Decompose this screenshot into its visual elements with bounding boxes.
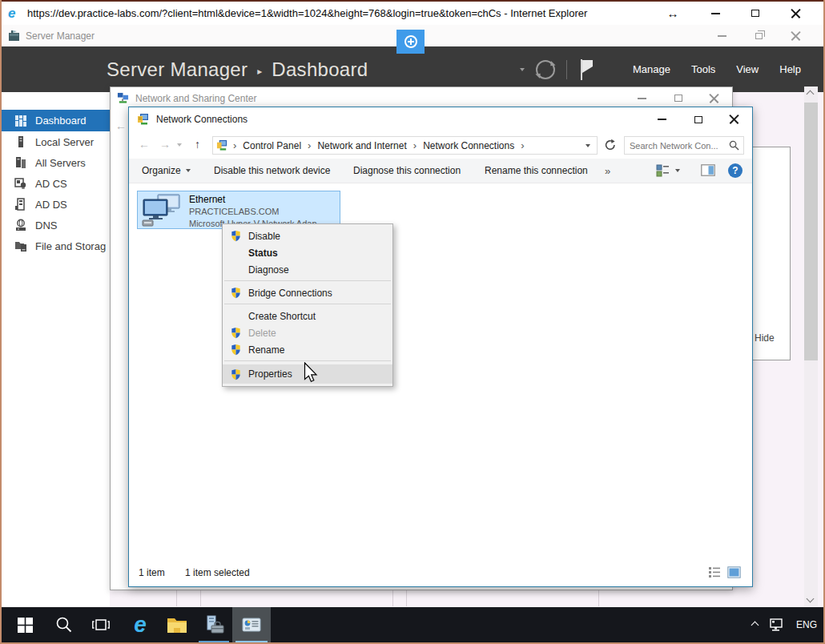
nc-forward-button[interactable]: → <box>159 138 171 151</box>
taskbar-ie-button[interactable]: e <box>122 607 159 642</box>
sm-breadcrumb-page[interactable]: Dashboard <box>272 58 368 81</box>
nc-up-button[interactable]: ↑ <box>195 138 200 151</box>
nc-back-button[interactable]: ← <box>139 138 150 151</box>
resize-icon[interactable]: ↔ <box>657 6 689 20</box>
menu-item-diagnose[interactable]: Diagnose <box>223 261 392 278</box>
sidebar-item-ad-cs[interactable]: AD CS <box>2 173 110 194</box>
network-status-icon[interactable] <box>769 618 785 632</box>
sidebar-label: DNS <box>35 219 57 231</box>
browser-close-button[interactable] <box>775 2 815 25</box>
disable-device-button[interactable]: Disable this network device <box>214 159 330 183</box>
nsc-back-button[interactable]: ← <box>115 119 127 132</box>
close-icon <box>791 30 801 41</box>
nsc-minimize-button[interactable] <box>624 87 660 109</box>
menu-item-status[interactable]: Status <box>223 244 392 261</box>
sm-close-button[interactable] <box>777 25 814 46</box>
breadcrumb-network-connections[interactable]: Network Connections <box>423 140 514 151</box>
help-icon[interactable]: ? <box>728 163 742 178</box>
refresh-icon[interactable] <box>536 60 555 79</box>
nc-maximize-button[interactable] <box>680 107 716 131</box>
nsc-close-button[interactable] <box>696 87 732 109</box>
sm-breadcrumb-root[interactable]: Server Manager <box>107 58 248 81</box>
toolbar-overflow-button[interactable]: » <box>605 159 610 183</box>
sm-breadcrumb: Server Manager ▸ Dashboard <box>107 46 368 92</box>
breadcrumb-network-internet[interactable]: Network and Internet <box>317 140 406 151</box>
sm-header-toolbar: Manage Tools View Help <box>520 46 801 92</box>
menu-item-rename[interactable]: Rename <box>223 341 392 358</box>
overlay-add-button[interactable] <box>396 30 425 54</box>
taskbar-network-connections-button[interactable] <box>232 607 271 642</box>
details-view-icon[interactable] <box>708 566 721 578</box>
sidebar-item-file-storage[interactable]: File and Storag <box>2 235 110 256</box>
frame-edge <box>0 0 2 644</box>
nc-titlebar[interactable]: Network Connections <box>129 107 752 131</box>
nc-minimize-button[interactable] <box>644 107 680 131</box>
nsc-titlebar[interactable]: Network and Sharing Center <box>111 87 732 109</box>
menu-view[interactable]: View <box>736 63 759 75</box>
sidebar-item-dashboard[interactable]: Dashboard <box>2 110 110 131</box>
sidebar-item-all-servers[interactable]: All Servers <box>2 152 110 173</box>
menu-tools[interactable]: Tools <box>691 63 715 75</box>
menu-item-label: Create Shortcut <box>248 311 316 322</box>
view-dropdown-icon[interactable] <box>675 169 680 172</box>
menu-item-bridge-connections[interactable]: Bridge Connections <box>223 284 392 301</box>
menu-item-create-shortcut[interactable]: Create Shortcut <box>223 308 392 324</box>
dns-icon <box>14 219 27 231</box>
browser-title: https://dev.practice-labs.com/?client=ht… <box>27 7 587 19</box>
taskbar-search-button[interactable] <box>46 607 82 642</box>
organize-button[interactable]: Organize <box>142 159 191 183</box>
large-icons-view-icon[interactable] <box>727 566 741 578</box>
scrollbar-thumb[interactable] <box>804 103 818 360</box>
nc-close-button[interactable] <box>716 107 752 131</box>
browser-maximize-button[interactable] <box>735 2 775 25</box>
taskbar-server-manager-button[interactable] <box>195 607 232 642</box>
sidebar-item-local-server[interactable]: Local Server <box>2 131 110 152</box>
refresh-icon[interactable] <box>603 138 618 152</box>
breadcrumb-control-panel[interactable]: Control Panel <box>243 140 301 151</box>
hide-link[interactable]: Hide <box>755 332 775 344</box>
nc-status-bar: 1 item 1 item selected <box>129 560 752 586</box>
item-count: 1 item <box>139 567 165 578</box>
search-input[interactable] <box>630 138 724 153</box>
ad-ds-icon <box>14 198 27 211</box>
menu-help[interactable]: Help <box>779 63 801 75</box>
browser-minimize-button[interactable] <box>695 2 735 25</box>
start-button[interactable] <box>6 607 43 642</box>
breadcrumb-chevron-icon[interactable]: › <box>521 139 524 151</box>
breadcrumb-chevron-icon[interactable]: › <box>413 139 417 151</box>
screen: e https://dev.practice-labs.com/?client=… <box>0 0 825 644</box>
search-icon <box>55 616 73 634</box>
control-panel-icon <box>242 616 261 634</box>
breadcrumb-dropdown-icon[interactable] <box>586 144 590 147</box>
menu-separator <box>224 304 391 304</box>
taskbar: e <box>2 607 823 642</box>
hidden-icons-chevron[interactable] <box>751 621 759 629</box>
scroll-up-icon[interactable] <box>807 91 815 99</box>
search-icon[interactable] <box>729 140 739 151</box>
rename-connection-button[interactable]: Rename this connection <box>485 159 588 183</box>
nsc-maximize-button[interactable] <box>660 87 696 109</box>
uac-shield-icon <box>230 230 242 242</box>
flag-icon[interactable] <box>578 59 594 80</box>
search-box[interactable] <box>624 136 744 155</box>
menu-manage[interactable]: Manage <box>633 63 670 75</box>
scroll-down-icon[interactable] <box>807 595 815 603</box>
preview-pane-icon[interactable] <box>701 164 715 176</box>
sidebar-item-ad-ds[interactable]: AD DS <box>2 194 110 215</box>
nc-breadcrumb-box[interactable]: › Control Panel › Network and Internet ›… <box>212 136 598 155</box>
sidebar-item-dns[interactable]: DNS <box>2 215 110 235</box>
nc-history-dropdown-icon[interactable] <box>177 143 182 147</box>
language-indicator[interactable]: ENG <box>796 619 817 630</box>
change-view-icon[interactable] <box>656 164 670 177</box>
sm-restore-button[interactable] <box>740 25 777 46</box>
notifications-dropdown-icon[interactable] <box>520 68 525 71</box>
menu-item-disable[interactable]: Disable <box>223 227 392 244</box>
diagnose-connection-button[interactable]: Diagnose this connection <box>353 159 461 183</box>
page-scrollbar[interactable] <box>804 87 818 606</box>
ie-logo-icon: e <box>8 6 24 22</box>
sm-minimize-button[interactable] <box>703 25 740 46</box>
task-view-button[interactable] <box>82 607 119 642</box>
taskbar-file-explorer-button[interactable] <box>159 607 195 642</box>
breadcrumb-chevron-icon[interactable]: › <box>308 139 311 151</box>
frame-edge <box>0 0 825 2</box>
